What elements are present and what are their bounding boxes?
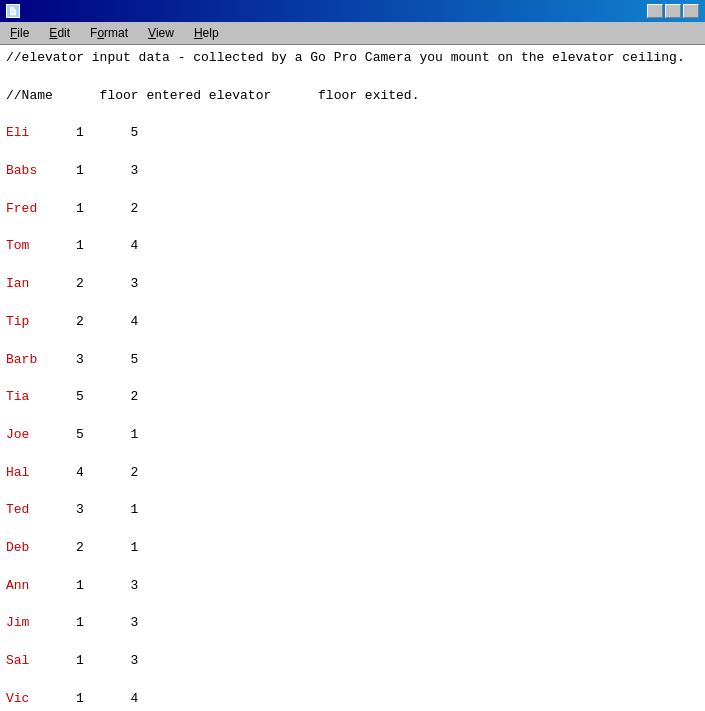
menu-help[interactable]: Help — [188, 24, 225, 42]
title-bar: 📄 — [0, 0, 705, 22]
data-row: Tia 5 2 — [6, 388, 699, 407]
data-row: Tom 1 4 — [6, 237, 699, 256]
menu-view[interactable]: View — [142, 24, 180, 42]
data-row: Vic 1 4 — [6, 690, 699, 709]
editor-area[interactable]: //elevator input data - collected by a G… — [0, 45, 705, 711]
data-row: Jim 1 3 — [6, 614, 699, 633]
data-row: Barb 3 5 — [6, 351, 699, 370]
data-row: Hal 4 2 — [6, 464, 699, 483]
data-row: Joe 5 1 — [6, 426, 699, 445]
data-row: Tip 2 4 — [6, 313, 699, 332]
menu-bar: File Edit Format View Help — [0, 22, 705, 45]
data-row: Deb 2 1 — [6, 539, 699, 558]
menu-format[interactable]: Format — [84, 24, 134, 42]
data-row: Babs 1 3 — [6, 162, 699, 181]
window-icon: 📄 — [6, 4, 20, 18]
data-row: Sal 1 3 — [6, 652, 699, 671]
window: 📄 File Edit Format View Help //elevator … — [0, 0, 705, 711]
comment-line-2: //Name floor entered elevator floor exit… — [6, 87, 699, 106]
data-row: Ian 2 3 — [6, 275, 699, 294]
data-row: Ted 3 1 — [6, 501, 699, 520]
minimize-button[interactable] — [647, 4, 663, 18]
close-button[interactable] — [683, 4, 699, 18]
menu-edit[interactable]: Edit — [43, 24, 76, 42]
menu-file[interactable]: File — [4, 24, 35, 42]
data-row: Ann 1 3 — [6, 577, 699, 596]
maximize-button[interactable] — [665, 4, 681, 18]
comment-line-1: //elevator input data - collected by a G… — [6, 49, 699, 68]
data-row: Eli 1 5 — [6, 124, 699, 143]
data-row: Fred 1 2 — [6, 200, 699, 219]
